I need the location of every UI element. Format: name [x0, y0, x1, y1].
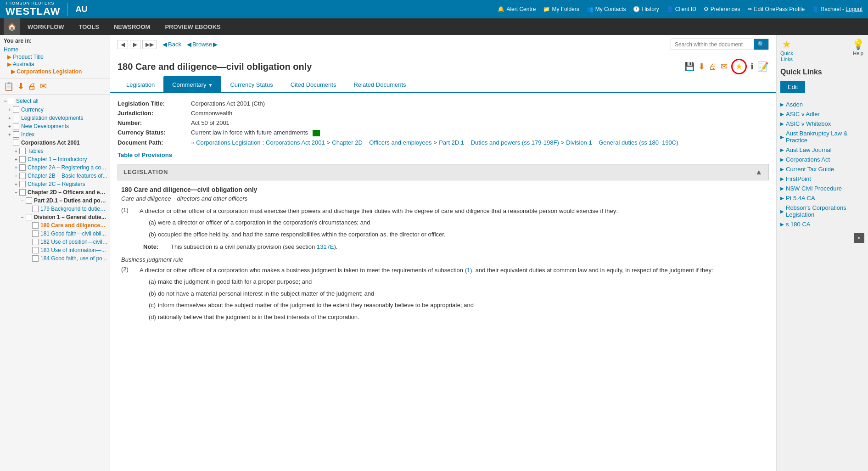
workflow-nav[interactable]: WORKFLOW: [20, 18, 71, 35]
ql-arrow-current-tax: ▶: [780, 167, 784, 172]
ql-arrow-aust-law-journal: ▶: [780, 147, 784, 152]
download-doc-icon[interactable]: ⬇: [698, 62, 705, 72]
ql-item-aust-law-journal[interactable]: ▶ Aust Law Journal: [780, 145, 864, 155]
quick-links-star-area[interactable]: ★ QuickLinks: [780, 39, 793, 62]
save-icon[interactable]: 💾: [684, 62, 694, 72]
tree-s182[interactable]: 182 Use of position—civil ...: [0, 238, 110, 246]
tree-s180[interactable]: 180 Care and diligence—c...: [0, 221, 110, 230]
browse-link[interactable]: ◀ Browse ▶: [187, 41, 218, 48]
tree-chapter2c[interactable]: + Chapter 2C – Registers: [0, 180, 110, 188]
tab-cited-documents[interactable]: Cited Documents: [282, 76, 345, 93]
search-within-input[interactable]: [671, 40, 754, 49]
tree-s183[interactable]: 183 Use of information—...: [0, 246, 110, 254]
ql-separator: »: [780, 233, 864, 243]
help-area[interactable]: 💡 Help: [852, 39, 864, 62]
ql-item-asic-whitebox[interactable]: ▶ ASIC v Whitebox: [780, 119, 864, 129]
my-contacts-link[interactable]: 👥 My Contacts: [587, 6, 626, 12]
tree-chapter2b[interactable]: + Chapter 2B – Basic features of...: [0, 172, 110, 180]
breadcrumb-corps-leg[interactable]: ▶ Corporations Legislation: [4, 68, 106, 75]
tree-corps-act[interactable]: − Corporations Act 2001: [0, 139, 110, 147]
newsroom-nav[interactable]: NEWSROOM: [106, 18, 157, 35]
tree-new-dev[interactable]: + New Developments: [0, 122, 110, 130]
currency-status-value: Current law in force with future amendme…: [191, 129, 320, 136]
copy-icon[interactable]: 📋: [4, 81, 14, 91]
subsection-ref-1[interactable]: (1): [465, 267, 472, 274]
client-id-link[interactable]: 👤 Client ID: [666, 6, 696, 12]
note-link-1317e[interactable]: 1317E: [317, 243, 334, 250]
history-link[interactable]: 🕐 History: [633, 6, 659, 12]
breadcrumb-australia[interactable]: ▶ Australia: [4, 61, 106, 68]
para-2a: (a) make the judgment in good faith for …: [140, 277, 769, 286]
print-icon[interactable]: 🖨: [28, 82, 36, 91]
search-within-button[interactable]: 🔍: [754, 39, 768, 50]
alert-centre-link[interactable]: 🔔 Alert Centre: [498, 6, 536, 12]
tab-related-documents[interactable]: Related Documents: [345, 76, 414, 93]
tree-div1[interactable]: − Division 1 – General dutie...: [0, 213, 110, 221]
star-circle-highlight[interactable]: ★: [731, 59, 747, 74]
toc-link[interactable]: Table of Provisions: [118, 151, 172, 158]
tree-part2d1[interactable]: − Part 2D.1 – Duties and pow...: [0, 196, 110, 205]
proview-nav[interactable]: PROVIEW EBOOKS: [157, 18, 228, 35]
para-2a-text: make the judgment in good faith for a pr…: [158, 277, 769, 286]
path-chapter2d[interactable]: Chapter 2D – Officers and employees: [332, 139, 431, 146]
edit-onepass-link[interactable]: ✏ Edit OnePass Profile: [748, 6, 805, 12]
tab-commentary[interactable]: Commentary▼: [163, 76, 221, 93]
note-icon[interactable]: 📝: [757, 61, 769, 72]
print-doc-icon[interactable]: 🖨: [709, 62, 717, 72]
collapse-legislation-btn[interactable]: ▲: [755, 168, 763, 176]
ql-item-robsons[interactable]: ▶ Robson's Corporations Legislation: [780, 203, 864, 219]
quick-links-edit-button[interactable]: Edit: [780, 81, 805, 93]
breadcrumb-home[interactable]: Home: [4, 46, 106, 53]
preferences-link[interactable]: ⚙ Preferences: [704, 6, 740, 12]
ql-item-firstpoint[interactable]: ▶ FirstPoint: [780, 174, 864, 184]
back-link[interactable]: ◀ Back: [162, 41, 181, 48]
home-button[interactable]: 🏠: [4, 18, 20, 35]
content-header: ◀ ▶ ▶▶ ◀ Back ◀ Browse ▶ 🔍: [110, 35, 776, 54]
right-sidebar: ★ QuickLinks 💡 Help Quick Links Edit ▶ A…: [776, 35, 868, 471]
ql-item-asic-adler[interactable]: ▶ ASIC v Adler: [780, 109, 864, 119]
ql-item-asden[interactable]: ▶ Asden: [780, 100, 864, 109]
select-all-checkbox[interactable]: [8, 98, 14, 104]
breadcrumb-area: You are in: Home ▶ Product Title ▶ Austr…: [0, 35, 110, 78]
ql-item-corporations-act[interactable]: ▶ Corporations Act: [780, 155, 864, 164]
tree-s181[interactable]: 181 Good faith—civil obli...: [0, 230, 110, 238]
nav-back-btn[interactable]: ◀: [118, 40, 128, 49]
path-corps-leg[interactable]: Corporations Legislation: [196, 139, 260, 146]
commentary-dropdown-arrow[interactable]: ▼: [208, 83, 213, 88]
tree-leg-dev[interactable]: + Legislation developments: [0, 114, 110, 122]
logo-au: AU: [75, 5, 87, 14]
tab-currency-status[interactable]: Currency Status: [221, 76, 281, 93]
number-label: Number:: [118, 119, 191, 126]
legislation-section-header[interactable]: LEGISLATION ▲: [118, 164, 769, 180]
tree-chapter2a[interactable]: + Chapter 2A – Registering a com...: [0, 163, 110, 172]
ql-item-nsw-civil[interactable]: ▶ NSW Civil Procedure: [780, 184, 864, 193]
nav-last-btn[interactable]: ▶▶: [142, 40, 157, 49]
nav-fwd-btn[interactable]: ▶: [130, 40, 140, 49]
collapse-all-btn[interactable]: −: [4, 98, 7, 104]
ql-item-pt54a[interactable]: ▶ Pt 5.4A CA: [780, 193, 864, 203]
ql-item-aust-bankruptcy[interactable]: ▶ Aust Bankruptcy Law & Practice: [780, 129, 864, 145]
ql-item-current-tax[interactable]: ▶ Current Tax Guide: [780, 164, 864, 174]
my-folders-link[interactable]: 📁 My Folders: [543, 6, 579, 12]
meta-row-currency-status: Currency Status: Current law in force wi…: [118, 129, 769, 136]
path-part2d1[interactable]: Part 2D.1 – Duties and powers (ss 179-19…: [439, 139, 559, 146]
tree-index[interactable]: + Index: [0, 130, 110, 139]
tree-tables[interactable]: + Tables: [0, 147, 110, 155]
info-icon[interactable]: ℹ: [750, 62, 754, 72]
tree-chapter2d[interactable]: − Chapter 2D – Officers and em...: [0, 188, 110, 196]
email-doc-icon[interactable]: ✉: [721, 62, 728, 72]
tree-s179[interactable]: 179 Background to duties o...: [0, 205, 110, 213]
tools-nav[interactable]: TOOLS: [71, 18, 106, 35]
tree-chapter1[interactable]: + Chapter 1 – Introductory: [0, 155, 110, 163]
tab-legislation[interactable]: Legislation: [118, 76, 163, 93]
email-icon[interactable]: ✉: [40, 81, 47, 91]
ql-collapse-button[interactable]: »: [854, 233, 864, 243]
download-icon[interactable]: ⬇: [17, 81, 24, 91]
tree-s184[interactable]: 184 Good faith, use of po...: [0, 254, 110, 263]
ql-item-s180-ca[interactable]: ▶ s 180 CA: [780, 219, 864, 229]
tree-currency[interactable]: + Currency: [0, 106, 110, 114]
second-nav-left: 🏠 WORKFLOW TOOLS NEWSROOM PROVIEW EBOOKS: [4, 18, 228, 35]
path-corps-act[interactable]: Corporations Act 2001: [266, 139, 325, 146]
breadcrumb-product-title[interactable]: ▶ Product Title: [4, 53, 106, 61]
path-div1[interactable]: Division 1 – General duties (ss 180–190C…: [566, 139, 678, 146]
